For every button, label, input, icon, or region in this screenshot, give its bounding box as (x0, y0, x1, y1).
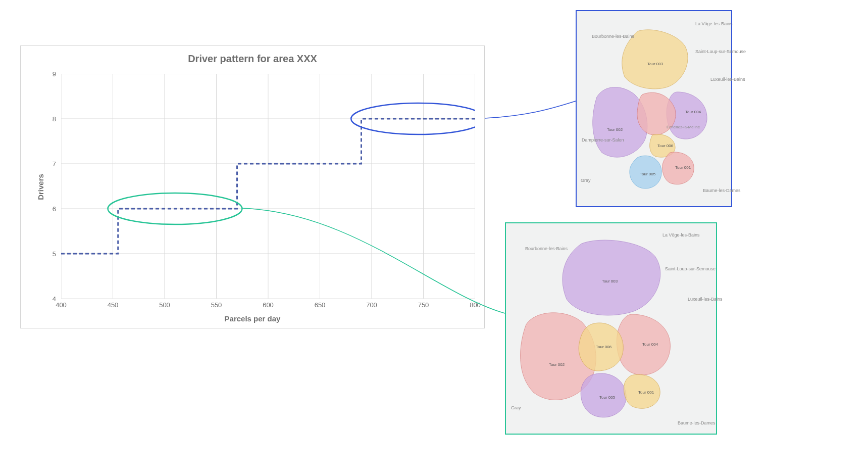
x-axis-label: Parcels per day (225, 314, 281, 323)
x-tick: 550 (211, 301, 222, 309)
region-label: Tour 005 (599, 395, 615, 400)
region-label: Tour 006 (596, 345, 611, 349)
map-box-green: Bourbonne-les-Bains La Vôge-les-Bains Sa… (505, 222, 717, 435)
region-label: Tour 003 (602, 279, 618, 283)
region-label: Tour 004 (642, 342, 658, 347)
city-label: La Vôge-les-Bains (662, 232, 700, 238)
y-tick: 4 (46, 295, 56, 303)
y-tick: 9 (46, 70, 56, 78)
x-tick: 650 (315, 301, 326, 309)
map-blue-svg (577, 11, 731, 206)
x-tick: 400 (56, 301, 67, 309)
x-tick: 750 (418, 301, 429, 309)
x-tick: 700 (366, 301, 377, 309)
y-tick: 7 (46, 160, 56, 168)
x-tick: 500 (159, 301, 170, 309)
x-tick: 450 (108, 301, 119, 309)
city-label: Saint-Loup-sur-Semouse (665, 266, 716, 271)
region-label: Tour 004 (685, 110, 701, 114)
city-label: Baume-les-Dames (678, 420, 716, 425)
city-label: Luxeuil-les-Bains (688, 297, 723, 302)
region-label: Tour 006 (657, 144, 673, 148)
region-label: Tour 002 (549, 362, 565, 367)
x-tick: 800 (470, 301, 481, 309)
y-tick: 5 (46, 250, 56, 258)
map-green-svg (506, 223, 716, 434)
region-label: Tour 001 (675, 165, 691, 170)
region-label: Tour 001 (638, 390, 654, 395)
city-label: Gray (511, 405, 521, 410)
city-label: Luxeuil-les-Bains (710, 77, 745, 82)
region-tour-003 (563, 240, 660, 315)
city-label: Gray (581, 178, 591, 183)
y-tick: 6 (46, 205, 56, 213)
city-label: Dampierre-sur-Salon (582, 137, 624, 142)
city-label: La Vôge-les-Bains (695, 21, 733, 26)
chart-title: Driver pattern for area XXX (21, 53, 484, 65)
y-axis-label: Drivers (36, 174, 45, 200)
plot-area (61, 74, 474, 298)
city-label: Bourbonne-les-Bains (525, 246, 568, 251)
map-box-blue: Bourbonne-les-Bains La Vôge-les-Bains Sa… (576, 10, 732, 207)
x-tick: 600 (263, 301, 274, 309)
city-label: Échenoz-la-Méline (667, 125, 700, 129)
chart-svg (61, 74, 475, 299)
city-label: Baume-les-Dames (703, 188, 741, 193)
region-label: Tour 005 (640, 172, 655, 176)
chart-container: Driver pattern for area XXX Drivers Parc… (20, 45, 485, 328)
region-label: Tour 002 (607, 127, 623, 132)
city-label: Saint-Loup-sur-Semouse (695, 49, 746, 54)
y-tick: 8 (46, 115, 56, 123)
connector-blue (485, 101, 576, 118)
region-label: Tour 003 (647, 62, 663, 66)
city-label: Bourbonne-les-Bains (592, 34, 634, 39)
